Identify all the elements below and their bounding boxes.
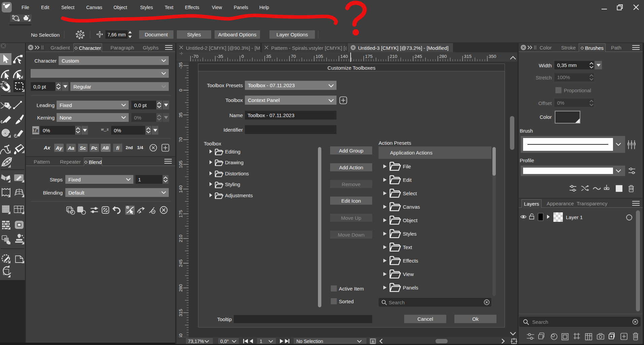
svg-text:105: 105	[316, 54, 323, 59]
svg-text:140: 140	[178, 185, 183, 193]
svg-text:280: 280	[439, 54, 447, 59]
svg-text:210: 210	[390, 54, 397, 59]
svg-text:-70: -70	[192, 54, 199, 59]
svg-text:175: 175	[365, 54, 373, 59]
svg-text:210: 210	[178, 235, 183, 242]
svg-text:70: 70	[291, 54, 296, 59]
svg-text:0: 0	[178, 89, 183, 92]
svg-text:245: 245	[415, 54, 422, 59]
svg-text:0: 0	[242, 54, 244, 59]
svg-text:105: 105	[178, 161, 183, 168]
svg-text:-35: -35	[178, 62, 183, 69]
svg-text:350: 350	[489, 54, 496, 59]
svg-text:315: 315	[464, 54, 472, 59]
svg-text:140: 140	[340, 54, 348, 59]
svg-text:70: 70	[178, 137, 183, 142]
svg-text:35: 35	[178, 112, 183, 117]
svg-text:175: 175	[178, 210, 183, 218]
svg-text:245: 245	[178, 260, 183, 267]
svg-text:-35: -35	[217, 54, 223, 59]
svg-text:280: 280	[178, 284, 183, 292]
svg-text:315: 315	[178, 309, 183, 317]
svg-text:35: 35	[266, 54, 271, 59]
